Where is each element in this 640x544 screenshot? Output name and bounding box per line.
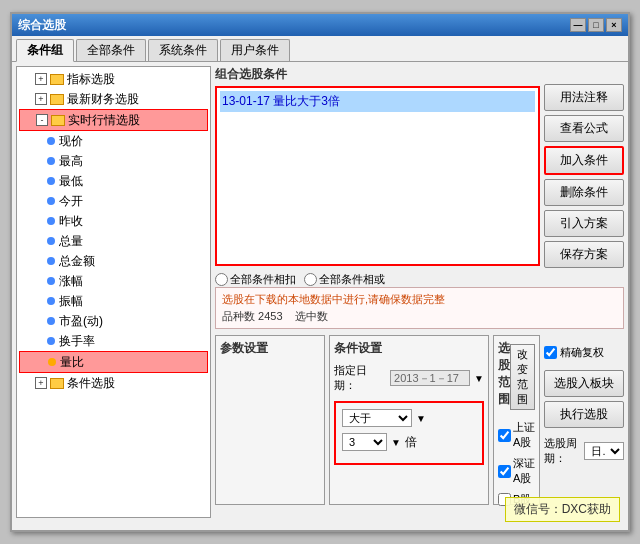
tree-item-change[interactable]: 涨幅 xyxy=(19,271,208,291)
tree-label-low: 最低 xyxy=(59,172,83,190)
dropdown-arrow-1: ▼ xyxy=(416,413,426,424)
range-row: 上证A股 xyxy=(498,420,535,450)
radio-status-area: 全部条件相扣 全部条件相或 选股在下载的本地数据中进行,请确保数据完整 品种数 … xyxy=(215,270,624,331)
dropdown-arrow-2: ▼ xyxy=(391,437,401,448)
watermark-text: 微信号：DXC获助 xyxy=(514,502,611,516)
minimize-button[interactable]: — xyxy=(570,18,586,32)
tree-item-condition-stock[interactable]: + 条件选股 xyxy=(19,373,208,393)
range-panel: 选股范围 改变范围 上证A股 深证A股 xyxy=(493,335,540,505)
stock-count-value: 2453 xyxy=(258,310,282,322)
period-select[interactable]: 日… 周 月 xyxy=(584,442,624,460)
tree-label-amount: 总金额 xyxy=(59,252,95,270)
tree-item-finance[interactable]: + 最新财务选股 xyxy=(19,89,208,109)
tree-item-indicator[interactable]: + 指标选股 xyxy=(19,69,208,89)
precise-label: 精确复权 xyxy=(560,345,604,360)
bullet-icon-amount xyxy=(47,257,55,265)
tab-system-conditions[interactable]: 系统条件 xyxy=(148,39,218,61)
selected-label: 选中数 xyxy=(295,310,328,322)
tree-item-realtime[interactable]: - 实时行情选股 xyxy=(19,109,208,131)
sza-checkbox[interactable] xyxy=(498,465,511,478)
maximize-button[interactable]: □ xyxy=(588,18,604,32)
watermark: 微信号：DXC获助 xyxy=(505,497,620,522)
execute-select-button[interactable]: 执行选股 xyxy=(544,401,624,428)
period-row: 选股周期： 日… 周 月 xyxy=(544,436,624,466)
tree-item-amplitude[interactable]: 振幅 xyxy=(19,291,208,311)
expand-icon: + xyxy=(35,73,47,85)
number-row: 3 1 5 ▼ 倍 xyxy=(342,433,476,451)
save-plan-button[interactable]: 保存方案 xyxy=(544,241,624,268)
tree-label-condition: 条件选股 xyxy=(67,374,115,392)
operator-select[interactable]: 大于 小于 等于 xyxy=(342,409,412,427)
import-plan-button[interactable]: 引入方案 xyxy=(544,210,624,237)
tree-item-volume[interactable]: 总量 xyxy=(19,231,208,251)
tree-item-volume-ratio[interactable]: 量比 xyxy=(19,351,208,373)
shzha-checkbox[interactable] xyxy=(498,429,511,442)
tab-all-conditions[interactable]: 全部条件 xyxy=(76,39,146,61)
tree-item-pe[interactable]: 市盈(动) xyxy=(19,311,208,331)
shzha-label[interactable]: 上证A股 xyxy=(498,420,535,450)
tree-container[interactable]: + 指标选股 + 最新财务选股 - 实时行情选股 xyxy=(16,66,211,518)
tab-bar: 条件组 全部条件 系统条件 用户条件 xyxy=(12,36,628,62)
sza-label[interactable]: 深证A股 xyxy=(498,456,535,486)
tree-label-volume: 总量 xyxy=(59,232,83,250)
tree-label: 指标选股 xyxy=(67,70,115,88)
bei-label: 倍 xyxy=(405,434,417,451)
title-bar-buttons: — □ × xyxy=(570,18,622,32)
bullet-icon-amplitude xyxy=(47,297,55,305)
radio-all-or-input[interactable] xyxy=(304,273,317,286)
precise-checkbox-row: 精确复权 xyxy=(544,345,624,360)
sza-text: 深证A股 xyxy=(513,456,535,486)
main-window: 综合选股 — □ × 条件组 全部条件 系统条件 用户条件 + 指标选股 xyxy=(10,12,630,532)
left-panel: + 指标选股 + 最新财务选股 - 实时行情选股 xyxy=(16,66,211,518)
tree-item-close[interactable]: 昨收 xyxy=(19,211,208,231)
range-row-2: 深证A股 xyxy=(498,456,535,486)
tree-item-turnover[interactable]: 换手率 xyxy=(19,331,208,351)
tree-label-amplitude: 振幅 xyxy=(59,292,83,310)
delete-condition-button[interactable]: 删除条件 xyxy=(544,179,624,206)
folder-icon-finance xyxy=(50,94,64,105)
tree-item-price[interactable]: 现价 xyxy=(19,131,208,151)
view-formula-button[interactable]: 查看公式 xyxy=(544,115,624,142)
close-button[interactable]: × xyxy=(606,18,622,32)
usage-notes-button[interactable]: 用法注释 xyxy=(544,84,624,111)
folder-icon xyxy=(50,74,64,85)
bullet-icon-price xyxy=(47,137,55,145)
main-content: + 指标选股 + 最新财务选股 - 实时行情选股 xyxy=(12,62,628,522)
tree-label-open: 今开 xyxy=(59,192,83,210)
cond-panel-title: 条件设置 xyxy=(334,340,484,357)
tab-condition-group[interactable]: 条件组 xyxy=(16,39,74,62)
tree-label-high: 最高 xyxy=(59,152,83,170)
tree-item-low[interactable]: 最低 xyxy=(19,171,208,191)
radio-all-and-input[interactable] xyxy=(215,273,228,286)
tree-label-price: 现价 xyxy=(59,132,83,150)
combo-condition-label: 组合选股条件 xyxy=(215,66,540,83)
select-plate-button[interactable]: 选股入板块 xyxy=(544,370,624,397)
period-label: 选股周期： xyxy=(544,436,580,466)
folder-icon-realtime xyxy=(51,115,65,126)
dropdown-icon: ▼ xyxy=(474,373,484,384)
tree-label-volume-ratio: 量比 xyxy=(60,353,84,371)
radio-all-or[interactable]: 全部条件相或 xyxy=(304,272,385,287)
bullet-icon-low xyxy=(47,177,55,185)
number-select[interactable]: 3 1 5 xyxy=(342,433,387,451)
buttons-column: 用法注释 查看公式 加入条件 删除条件 引入方案 保存方案 xyxy=(544,66,624,266)
tree-item-open[interactable]: 今开 xyxy=(19,191,208,211)
tree-label-change: 涨幅 xyxy=(59,272,83,290)
bullet-icon-change xyxy=(47,277,55,285)
bottom-panels: 参数设置 条件设置 指定日期： ▼ 大于 小于 xyxy=(215,335,624,505)
tree-item-amount[interactable]: 总金额 xyxy=(19,251,208,271)
condition-box[interactable]: 13-01-17 量比大于3倍 xyxy=(215,86,540,266)
date-input[interactable] xyxy=(390,370,470,386)
tree-item-high[interactable]: 最高 xyxy=(19,151,208,171)
stock-count-area: 品种数 2453 选中数 xyxy=(222,309,617,324)
date-row: 指定日期： ▼ xyxy=(334,363,484,393)
date-label: 指定日期： xyxy=(334,363,386,393)
change-range-button[interactable]: 改变范围 xyxy=(510,344,535,410)
radio-all-and[interactable]: 全部条件相扣 xyxy=(215,272,296,287)
condition-item[interactable]: 13-01-17 量比大于3倍 xyxy=(220,91,535,112)
precise-checkbox[interactable] xyxy=(544,346,557,359)
right-action-buttons: 精确复权 选股入板块 执行选股 选股周期： 日… 周 月 xyxy=(544,335,624,505)
tab-user-conditions[interactable]: 用户条件 xyxy=(220,39,290,61)
add-condition-button[interactable]: 加入条件 xyxy=(544,146,624,175)
cond-panel: 条件设置 指定日期： ▼ 大于 小于 等于 ▼ xyxy=(329,335,489,505)
